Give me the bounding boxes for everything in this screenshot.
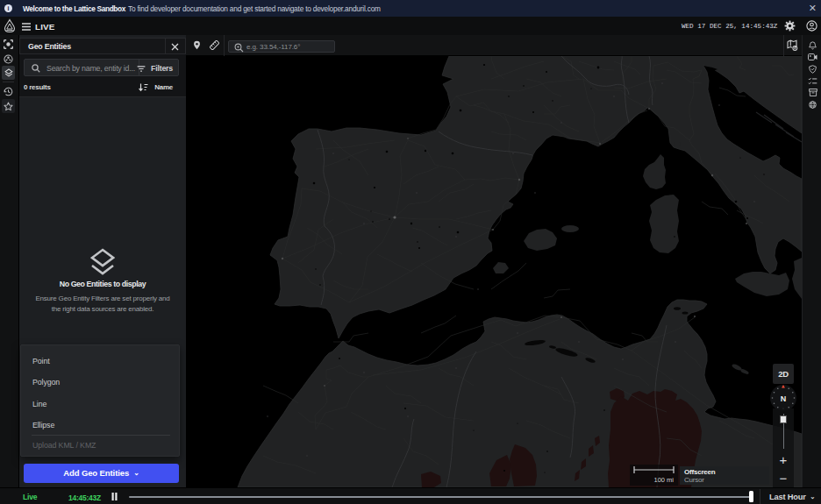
svg-text:N: N <box>781 394 787 403</box>
